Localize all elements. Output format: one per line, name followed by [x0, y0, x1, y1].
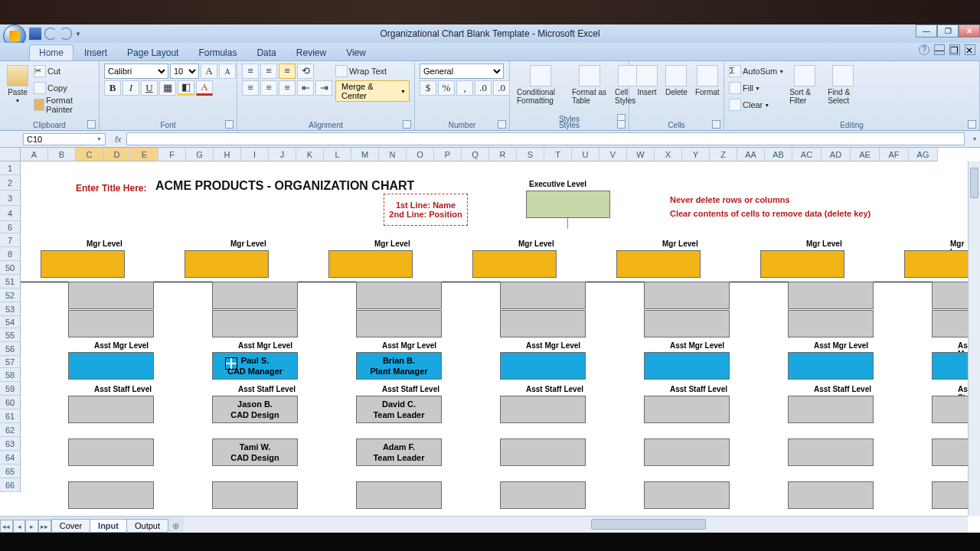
col-header-Q[interactable]: Q [462, 148, 489, 161]
vscroll-thumb[interactable] [970, 168, 978, 198]
col-header-P[interactable]: P [434, 148, 462, 161]
close-button[interactable]: ✕ [959, 24, 980, 37]
row-header-8[interactable]: 8 [0, 247, 21, 261]
shrink-font-button[interactable]: A [219, 64, 236, 79]
cells-area[interactable]: Enter Title Here: ACME PRODUCTS - ORGANI… [21, 161, 968, 533]
col-header-T[interactable]: T [544, 148, 572, 161]
org-box[interactable] [788, 396, 874, 423]
row-header-63[interactable]: 63 [0, 437, 21, 451]
org-box[interactable] [644, 481, 730, 509]
align-center-button[interactable]: ≡ [260, 80, 277, 96]
underline-button[interactable]: U [141, 80, 158, 96]
col-header-C[interactable]: C [76, 148, 103, 161]
fill-color-button[interactable]: ◧ [178, 80, 194, 96]
org-box[interactable] [212, 310, 298, 337]
row-header-6[interactable]: 6 [0, 221, 21, 233]
org-box[interactable] [500, 481, 586, 509]
col-header-O[interactable]: O [407, 148, 434, 161]
col-header-I[interactable]: I [241, 148, 269, 161]
row-header-2[interactable]: 2 [0, 175, 21, 191]
org-box[interactable] [500, 282, 586, 309]
chart-title[interactable]: ACME PRODUCTS - ORGANIZATION CHART [155, 179, 414, 193]
formula-bar[interactable] [126, 132, 965, 145]
org-box[interactable] [644, 310, 730, 337]
org-box[interactable] [68, 396, 154, 423]
help-icon[interactable]: ? [919, 44, 929, 55]
sort-filter-button[interactable]: Sort & Filter [787, 64, 822, 106]
clear-button[interactable]: Clear▼ [729, 97, 784, 112]
row-header-59[interactable]: 59 [0, 382, 21, 396]
hscroll-thumb[interactable] [591, 519, 706, 530]
org-box[interactable]: Jason B.CAD Design [212, 396, 298, 423]
tab-nav-last[interactable]: ▸▸ [38, 520, 51, 533]
row-header-64[interactable]: 64 [0, 451, 21, 465]
maximize-button[interactable]: ❐ [937, 24, 959, 37]
row-header-51[interactable]: 51 [0, 275, 21, 289]
worksheet-grid[interactable]: ABCDEFGHIJKLMNOPQRSTUVWXYZAAABACADAEAFAG… [0, 148, 980, 533]
col-header-U[interactable]: U [572, 148, 599, 161]
org-box[interactable] [356, 310, 442, 337]
row-header-58[interactable]: 58 [0, 368, 21, 382]
tab-nav-next[interactable]: ▸ [25, 520, 38, 533]
org-box[interactable] [68, 439, 154, 466]
find-select-button[interactable]: Find & Select [825, 64, 861, 106]
col-header-N[interactable]: N [379, 148, 407, 161]
org-box[interactable]: Tami W.CAD Design [212, 439, 298, 466]
sheet-tab-output[interactable]: Output [126, 519, 168, 533]
sheet-tab-cover[interactable]: Cover [51, 519, 90, 533]
org-box[interactable] [760, 250, 844, 278]
org-box[interactable] [788, 310, 874, 337]
org-box[interactable] [644, 396, 730, 423]
italic-button[interactable]: I [122, 80, 139, 96]
col-header-V[interactable]: V [599, 148, 627, 161]
org-box[interactable] [644, 439, 730, 466]
currency-button[interactable]: $ [420, 80, 436, 96]
col-header-H[interactable]: H [214, 148, 241, 161]
vertical-scrollbar[interactable] [968, 161, 980, 516]
row-header-61[interactable]: 61 [0, 409, 21, 423]
col-header-AG[interactable]: AG [909, 148, 938, 161]
row-header-54[interactable]: 54 [0, 316, 21, 328]
col-header-G[interactable]: G [186, 148, 214, 161]
row-header-3[interactable]: 3 [0, 191, 21, 206]
number-format-select[interactable]: General [420, 64, 504, 79]
tab-review[interactable]: Review [287, 45, 335, 60]
grow-font-button[interactable]: A [201, 64, 217, 79]
row-header-55[interactable]: 55 [0, 328, 21, 342]
name-box[interactable]: C10▼ [23, 133, 106, 145]
orientation-button[interactable]: ⟲ [297, 64, 314, 79]
col-header-K[interactable]: K [296, 148, 324, 161]
decrease-indent-button[interactable]: ⇤ [297, 80, 314, 96]
row-header-62[interactable]: 62 [0, 423, 21, 437]
row-header-1[interactable]: 1 [0, 161, 21, 175]
font-color-button[interactable]: A [196, 80, 213, 96]
format-cells-button[interactable]: Format [693, 64, 722, 98]
org-box[interactable] [185, 250, 269, 278]
row-headers[interactable]: 1234678505152535455565758596061626364656… [0, 161, 21, 492]
col-header-Y[interactable]: Y [682, 148, 710, 161]
tab-nav-prev[interactable]: ◂ [13, 520, 26, 533]
tab-view[interactable]: View [337, 45, 375, 60]
org-box[interactable] [41, 250, 125, 278]
org-box[interactable] [356, 481, 442, 509]
horizontal-scrollbar[interactable] [184, 516, 968, 533]
col-header-R[interactable]: R [489, 148, 517, 161]
row-header-52[interactable]: 52 [0, 289, 21, 302]
align-middle-button[interactable]: ≡ [260, 64, 277, 79]
col-header-W[interactable]: W [627, 148, 655, 161]
row-header-4[interactable]: 4 [0, 206, 21, 221]
align-bottom-button[interactable]: ≡ [279, 64, 296, 79]
conditional-formatting-button[interactable]: Conditional Formatting [514, 64, 567, 106]
select-all-corner[interactable] [0, 148, 21, 161]
bold-button[interactable]: B [104, 80, 121, 96]
border-button[interactable]: ▦ [159, 80, 176, 96]
restore-window-icon[interactable]: ❐ [949, 44, 960, 55]
minimize-button[interactable]: — [916, 24, 937, 37]
sheet-tab-input[interactable]: Input [90, 519, 127, 533]
new-sheet-icon[interactable]: ⊕ [168, 520, 184, 533]
merge-center-button[interactable]: Merge & Center▼ [335, 80, 410, 102]
row-header-66[interactable]: 66 [0, 478, 21, 492]
org-box[interactable]: Adam F.Team Leader [356, 439, 442, 466]
col-header-F[interactable]: F [158, 148, 186, 161]
tab-formulas[interactable]: Formulas [189, 45, 246, 60]
